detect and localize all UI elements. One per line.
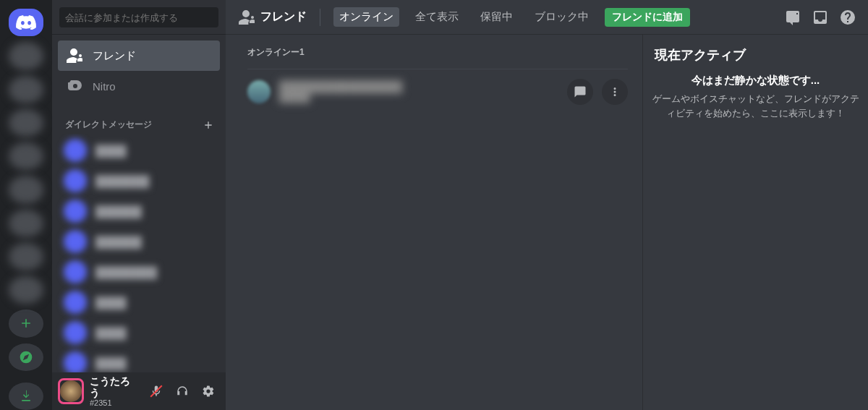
download-button[interactable] [9,383,43,410]
dm-item[interactable]: ████ [58,287,220,317]
top-bar: フレンド オンライン 全て表示 保留中 ブロック中 フレンドに追加 [226,0,868,35]
activity-empty-desc: ゲームやボイスチャットなど、フレンドがアクティビティを始めたら、ここに表示します… [650,92,861,120]
user-avatar[interactable] [60,380,82,402]
dm-list: ████ ███████ ██████ ██████ ████████ ████… [52,134,226,372]
help-icon[interactable] [839,9,856,26]
user-info[interactable]: こうたろう #2351 [90,375,139,408]
search-input[interactable] [59,7,218,27]
server-icon[interactable] [9,176,43,203]
user-name: こうたろう [90,375,139,398]
download-icon [19,389,33,403]
message-button[interactable] [567,79,593,105]
dm-item[interactable]: ████ [58,317,220,348]
deafen-button[interactable] [171,380,194,403]
nav-nitro-label: Nitro [93,80,116,93]
server-icon[interactable] [9,142,43,170]
search-bar [52,0,226,35]
user-settings-button[interactable] [197,380,220,403]
add-server-button[interactable] [9,309,43,337]
dm-item[interactable]: ████ [58,135,220,166]
friend-row[interactable]: ████████████████ █████ [247,69,628,114]
friend-info: ████████████████ █████ [279,80,558,103]
inbox-icon[interactable] [812,9,829,26]
avatar [247,80,271,103]
more-vertical-icon [608,85,621,98]
discord-logo-icon [16,15,36,30]
nitro-icon [65,77,82,95]
divider [320,9,320,26]
dm-item[interactable]: ██████ [58,226,220,257]
tab-blocked[interactable]: ブロック中 [529,7,595,27]
server-icon[interactable] [9,76,43,103]
user-panel: こうたろう #2351 [52,372,226,410]
dm-item[interactable]: ███████ [58,166,220,196]
tab-pending[interactable]: 保留中 [475,7,519,27]
dm-item[interactable]: ████ [58,348,220,372]
sidebar-nav: フレンド Nitro [52,35,226,107]
message-icon [574,85,587,98]
dm-header: ダイレクトメッセージ [52,107,226,134]
main: フレンド オンライン 全て表示 保留中 ブロック中 フレンドに追加 オンラインー… [226,0,868,410]
dm-sidebar: フレンド Nitro ダイレクトメッセージ ████ ███████ █████… [52,0,226,410]
more-button[interactable] [602,79,628,105]
online-count: オンラインー1 [247,46,628,59]
gear-icon [202,385,215,398]
dm-header-label: ダイレクトメッセージ [65,119,152,131]
page-title: フレンド [260,9,307,25]
new-group-dm-icon[interactable] [784,9,801,26]
microphone-icon [150,385,163,398]
server-icon[interactable] [9,210,43,237]
explore-button[interactable] [9,343,43,371]
dm-item[interactable]: ██████ [58,196,220,226]
compass-icon [19,350,33,364]
nav-friends-label: フレンド [93,49,136,63]
server-icon[interactable] [9,109,43,137]
server-icon[interactable] [9,243,43,270]
headphones-icon [176,385,189,398]
tab-all[interactable]: 全て表示 [409,7,464,27]
friends-icon [65,47,82,64]
friends-list: オンラインー1 ████████████████ █████ [226,35,642,410]
tab-online[interactable]: オンライン [333,7,399,27]
user-tag: #2351 [90,398,139,408]
user-avatar-highlight [58,378,84,404]
home-button[interactable] [9,9,43,36]
create-dm-button[interactable] [203,119,214,131]
activity-panel: 現在アクティブ 今はまだ静かな状態です... ゲームやボイスチャットなど、フレン… [642,35,868,410]
mute-button[interactable] [145,380,168,403]
activity-header: 現在アクティブ [655,46,856,64]
friends-icon [237,9,255,26]
add-friend-button[interactable]: フレンドに追加 [605,8,690,27]
activity-empty-title: 今はまだ静かな状態です... [650,74,861,87]
server-icon[interactable] [9,42,43,69]
server-icon[interactable] [9,276,43,304]
server-rail [0,0,52,410]
dm-item[interactable]: ████████ [58,257,220,287]
nav-friends[interactable]: フレンド [58,40,220,71]
nav-nitro[interactable]: Nitro [58,71,220,101]
plus-icon [19,316,33,330]
